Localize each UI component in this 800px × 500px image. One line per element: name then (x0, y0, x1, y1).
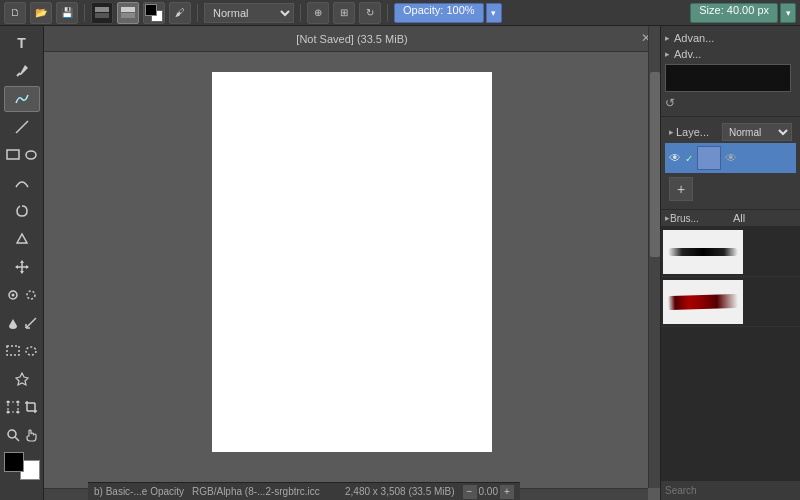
zoom-in-button[interactable]: + (500, 485, 514, 499)
opacity-dropdown[interactable]: ▾ (486, 3, 502, 23)
tool-ellipse-sel[interactable] (22, 338, 39, 364)
svg-rect-17 (7, 346, 19, 355)
tool-smudge[interactable] (22, 282, 39, 308)
canvas-drawing-area[interactable] (212, 72, 492, 452)
brush-icon-btn[interactable]: 🖌 (169, 2, 191, 24)
color-mode-info: RGB/Alpha (8-...2-srgbtrc.icc (192, 486, 320, 497)
tool-move[interactable] (4, 254, 40, 280)
svg-point-13 (27, 291, 35, 299)
new-file-button[interactable]: 🗋 (4, 2, 26, 24)
size-dropdown[interactable]: ▾ (780, 3, 796, 23)
symmetry-btn[interactable]: ⊞ (333, 2, 355, 24)
tool-measure[interactable] (22, 310, 39, 336)
tool-shapes-pair (4, 142, 39, 168)
svg-rect-20 (8, 402, 18, 412)
svg-marker-8 (20, 271, 24, 274)
tool-lasso[interactable] (4, 198, 40, 224)
tool-freehand[interactable] (4, 86, 40, 112)
save-file-button[interactable]: 💾 (56, 2, 78, 24)
brush-item-2[interactable] (661, 277, 800, 327)
open-file-button[interactable]: 📂 (30, 2, 52, 24)
tool-transform-pair (4, 282, 39, 308)
tool-crop-sel[interactable] (22, 394, 39, 420)
brush-list (661, 227, 800, 480)
tool-text[interactable]: T (4, 30, 40, 56)
opacity-button[interactable]: Opacity: 100% (394, 3, 484, 23)
mode-btn-1[interactable] (91, 2, 113, 24)
vertical-scrollbar[interactable] (648, 26, 660, 488)
advanced-section: ▸ Advan... ▸ Adv... ↺ (661, 26, 800, 117)
tool-line[interactable] (4, 114, 40, 140)
separator-2 (197, 4, 198, 22)
blend-icon-btn[interactable]: ⊕ (307, 2, 329, 24)
mode-btn-2[interactable] (117, 2, 139, 24)
svg-point-22 (16, 401, 19, 404)
brush-filter-all[interactable]: All (733, 212, 796, 224)
layer-item[interactable]: 👁 ✓ 👁 (665, 143, 796, 173)
tool-zoom[interactable] (4, 422, 21, 448)
color-swatch-large[interactable] (665, 64, 791, 92)
separator-1 (84, 4, 85, 22)
toolbar: 🗋 📂 💾 🖌 Normal ⊕ ⊞ ↻ Opacity: 100% ▾ Siz… (0, 0, 800, 26)
svg-line-1 (16, 121, 28, 133)
main-area: T (0, 26, 800, 500)
svg-marker-10 (26, 265, 29, 269)
layer-visibility-icon[interactable]: 👁 (669, 151, 681, 165)
layers-section: ▸ Laye... Normal 👁 ✓ 👁 + (661, 117, 800, 210)
tool-warp[interactable] (4, 282, 21, 308)
brush-preview-1 (663, 230, 743, 274)
add-layer-button[interactable]: + (669, 177, 693, 201)
zoom-out-button[interactable]: − (463, 485, 477, 499)
brush-item-1[interactable] (661, 227, 800, 277)
advanced-label: Advan... (674, 32, 796, 44)
layer-thumbnail (697, 146, 721, 170)
svg-line-0 (17, 73, 20, 76)
layer-check-icon: ✓ (685, 153, 693, 164)
separator-3 (300, 4, 301, 22)
layer-eye-2[interactable]: 👁 (725, 151, 737, 165)
advanced-sub-expand[interactable]: ▸ (665, 49, 670, 59)
brush-header: ▸ Brus... All (661, 210, 800, 227)
tool-ellipse[interactable] (22, 142, 39, 168)
tool-fill-pair (4, 310, 39, 336)
tool-rect[interactable] (4, 142, 21, 168)
tool-rect-sel[interactable] (4, 338, 21, 364)
tool-nav-pair (4, 422, 39, 448)
canvas-container: [Not Saved] (33.5 MiB) ✕ b) Basic-...e O… (44, 26, 660, 500)
tool-vector[interactable] (4, 226, 40, 252)
blend-mode-select[interactable]: Normal (204, 3, 294, 23)
color-swatches[interactable] (4, 452, 40, 480)
toolbox: T (0, 26, 44, 500)
tool-curve[interactable] (4, 170, 40, 196)
status-bar: b) Basic-...e Opacity RGB/Alpha (8-...2-… (88, 482, 520, 500)
svg-line-30 (15, 437, 19, 441)
tool-eyedropper[interactable] (4, 58, 40, 84)
advanced-expand[interactable]: ▸ (665, 33, 670, 43)
size-button[interactable]: Size: 40.00 px (690, 3, 778, 23)
brush-search-input[interactable] (665, 485, 796, 496)
dimensions-info: 2,480 x 3,508 (33.5 MiB) (345, 486, 455, 497)
tool-hand[interactable] (22, 422, 39, 448)
document-title: [Not Saved] (33.5 MiB) (296, 33, 407, 45)
opacity-section: Opacity: 100% ▾ (394, 3, 502, 23)
layers-expand[interactable]: ▸ (669, 127, 674, 137)
size-section: Size: 40.00 px ▾ (690, 3, 796, 23)
svg-point-29 (8, 430, 16, 438)
svg-point-23 (6, 411, 9, 414)
layers-blend-select[interactable]: Normal (722, 123, 792, 141)
zoom-control: − 0.00 + (463, 485, 514, 499)
vertical-scroll-thumb[interactable] (650, 72, 660, 257)
svg-point-24 (16, 411, 19, 414)
tool-fill[interactable] (4, 310, 21, 336)
refresh-icon[interactable]: ↺ (665, 96, 675, 110)
right-panel: ▸ Advan... ▸ Adv... ↺ ▸ Laye... Normal (660, 26, 800, 500)
tool-transform-sel[interactable] (4, 394, 21, 420)
svg-marker-19 (16, 373, 28, 385)
tool-magic-sel[interactable] (4, 366, 40, 392)
fg-color-swatch[interactable] (4, 452, 24, 472)
refresh-btn[interactable]: ↻ (359, 2, 381, 24)
brush-stroke-red (668, 293, 738, 309)
svg-marker-7 (20, 260, 24, 263)
brush-stroke-dark (668, 248, 738, 256)
color-fg-btn[interactable] (143, 2, 165, 24)
